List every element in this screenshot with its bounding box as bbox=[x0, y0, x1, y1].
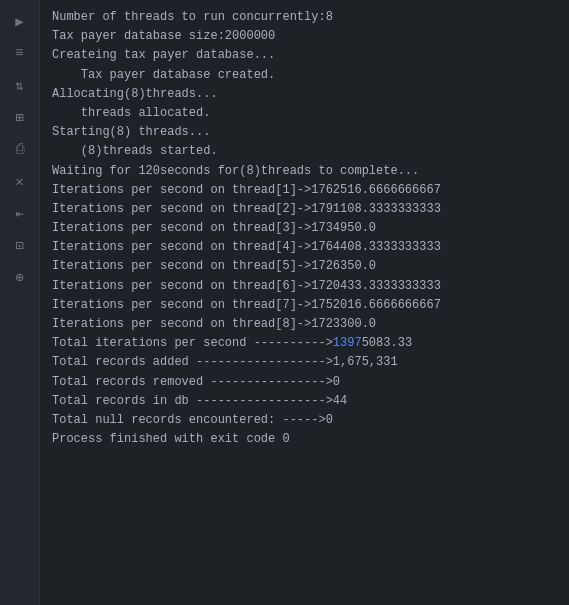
settings-icon[interactable]: ⊡ bbox=[7, 232, 33, 258]
up-down-icon[interactable]: ⇅ bbox=[7, 72, 33, 98]
terminal-line: Total records added ------------------>1… bbox=[52, 353, 557, 372]
terminal-line: (8)threads started. bbox=[52, 142, 557, 161]
run-icon[interactable]: ▶ bbox=[7, 8, 33, 34]
terminal-line: Total iterations per second ---------->1… bbox=[52, 334, 557, 353]
terminal-output[interactable]: Number of threads to run concurrently:8T… bbox=[40, 0, 569, 605]
terminal-line: Iterations per second on thread[4]->1764… bbox=[52, 238, 557, 257]
terminal-line: Starting(8) threads... bbox=[52, 123, 557, 142]
terminal-line: Number of threads to run concurrently:8 bbox=[52, 8, 557, 27]
pin-icon[interactable]: ⊕ bbox=[7, 264, 33, 290]
terminal-line: Process finished with exit code 0 bbox=[52, 430, 557, 449]
sidebar: ▶ ≡ ⇅ ⊞ ⎙ ✕ ⇤ ⊡ ⊕ bbox=[0, 0, 40, 605]
terminal-line: Tax payer database size:2000000 bbox=[52, 27, 557, 46]
terminal-line: Iterations per second on thread[5]->1726… bbox=[52, 257, 557, 276]
terminal-line: Total null records encountered: ----->0 bbox=[52, 411, 557, 430]
layers-icon[interactable]: ⊞ bbox=[7, 104, 33, 130]
terminal-line: Tax payer database created. bbox=[52, 66, 557, 85]
print-icon[interactable]: ⎙ bbox=[7, 136, 33, 162]
terminal-line: Iterations per second on thread[1]->1762… bbox=[52, 181, 557, 200]
terminal-line: threads allocated. bbox=[52, 104, 557, 123]
main-content: Number of threads to run concurrently:8T… bbox=[40, 0, 569, 605]
terminal-line: Iterations per second on thread[2]->1791… bbox=[52, 200, 557, 219]
terminal-line: Iterations per second on thread[3]->1734… bbox=[52, 219, 557, 238]
login-icon[interactable]: ⇤ bbox=[7, 200, 33, 226]
terminal-line: Iterations per second on thread[8]->1723… bbox=[52, 315, 557, 334]
terminal-line: Iterations per second on thread[6]->1720… bbox=[52, 277, 557, 296]
terminal-line: Total records removed ---------------->0 bbox=[52, 373, 557, 392]
terminal-line: Total records in db ------------------>4… bbox=[52, 392, 557, 411]
terminal-line: Createing tax payer database... bbox=[52, 46, 557, 65]
terminal-line: Iterations per second on thread[7]->1752… bbox=[52, 296, 557, 315]
delete-icon[interactable]: ✕ bbox=[7, 168, 33, 194]
terminal-line: Allocating(8)threads... bbox=[52, 85, 557, 104]
terminal-line: Waiting for 120seconds for(8)threads to … bbox=[52, 162, 557, 181]
list-icon[interactable]: ≡ bbox=[7, 40, 33, 66]
